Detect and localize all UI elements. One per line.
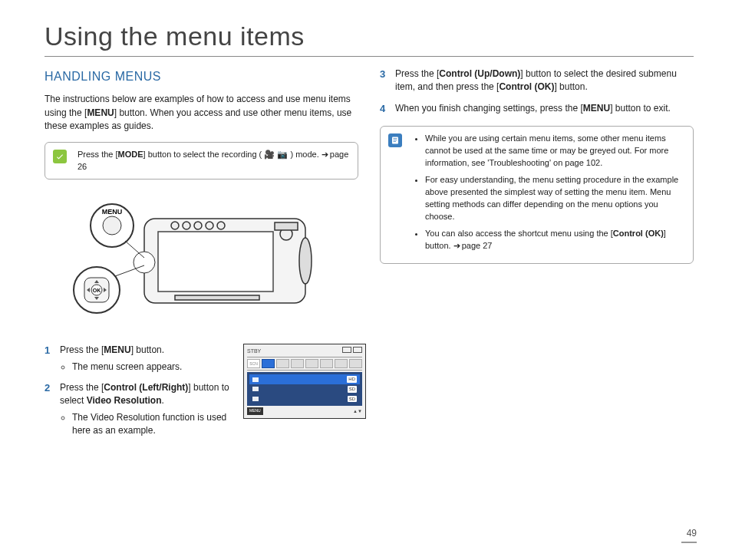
step-1: 1 Press the [MENU] button. The menu scre…	[45, 344, 231, 374]
menu-row-selected: HD	[249, 374, 360, 384]
svg-point-6	[194, 222, 202, 229]
battery-icon	[341, 347, 362, 355]
svg-rect-20	[394, 140, 397, 140]
page-title: Using the menu items	[45, 21, 694, 51]
svg-rect-19	[394, 138, 397, 139]
step-1-text: Press the [MENU] button.	[60, 344, 164, 355]
tip-box-notes: While you are using certain menu items, …	[380, 126, 694, 263]
step-2-text: Press the [Control (Left/Right)] button …	[60, 382, 229, 406]
step-4: 4 When you finish changing settings, pre…	[380, 102, 694, 115]
svg-point-5	[183, 222, 190, 229]
note-bullet-3: You can also access the shortcut menu us…	[425, 228, 685, 252]
intro-text: The instructions below are examples of h…	[45, 93, 358, 133]
video-icon: 🎥	[264, 150, 275, 159]
step-2-sub: The Video Resolution function is used he…	[72, 411, 231, 438]
camera-icon: 📷	[277, 150, 288, 159]
svg-point-10	[134, 252, 155, 273]
step-3-text: Press the [Control (Up/Down)] button to …	[395, 68, 677, 92]
step-4-text: When you finish changing settings, press…	[395, 103, 671, 114]
svg-point-4	[171, 222, 179, 229]
svg-point-12	[103, 216, 121, 235]
svg-line-13	[125, 241, 144, 258]
right-column: 3 Press the [Control (Up/Down)] button t…	[380, 68, 694, 445]
menu-tabs: SCN	[247, 357, 362, 371]
svg-point-7	[206, 222, 213, 229]
camcorder-illustration: MENU OK	[45, 192, 321, 330]
ok-label: OK	[93, 288, 101, 293]
menu-stby-label: STBY	[247, 348, 261, 355]
tab-scn: SCN	[247, 359, 260, 368]
scroll-indicator: ▲▼	[353, 408, 362, 415]
menu-row: SD	[249, 384, 360, 394]
svg-rect-21	[394, 141, 397, 142]
section-heading: HANDLING MENUS	[45, 68, 358, 85]
tip-box-mode: Press the [MODE] button to select the re…	[45, 142, 358, 180]
check-icon	[53, 150, 67, 163]
svg-rect-18	[392, 137, 398, 144]
left-column: HANDLING MENUS The instructions below ar…	[45, 68, 358, 445]
tab-resolution	[262, 359, 275, 368]
note-bullet-2: For easy understanding, the menu setting…	[425, 174, 685, 223]
menu-row: SD	[249, 394, 360, 404]
note-icon	[388, 133, 402, 147]
title-rule	[45, 56, 694, 57]
step-2: 2 Press the [Control (Left/Right)] butto…	[45, 381, 231, 438]
svg-rect-9	[175, 295, 259, 300]
menu-screen-illustration: STBY SCN	[243, 344, 358, 418]
svg-point-3	[299, 238, 312, 284]
step-1-sub: The menu screen appears.	[72, 361, 231, 374]
menu-label: MENU	[102, 208, 123, 216]
tip-mode-text: Press the [MODE] button to select the re…	[77, 149, 350, 173]
page-number: 49	[681, 528, 697, 543]
menu-button-label: MENU	[247, 407, 263, 414]
svg-rect-1	[158, 232, 273, 292]
svg-point-8	[217, 222, 225, 229]
note-bullet-1: While you are using certain menu items, …	[425, 133, 685, 170]
step-3: 3 Press the [Control (Up/Down)] button t…	[380, 68, 694, 94]
